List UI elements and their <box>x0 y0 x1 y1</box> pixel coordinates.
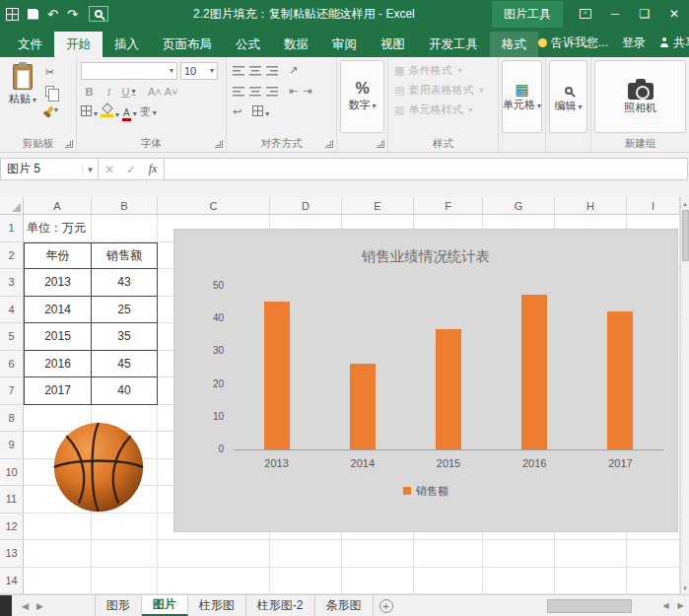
ribbon-tab-插入[interactable]: 插入 <box>103 32 151 57</box>
sign-in-button[interactable]: 登录 <box>622 34 646 51</box>
clipboard-dialog-launcher[interactable] <box>65 140 73 148</box>
restore-button[interactable]: ❏ <box>630 0 659 28</box>
cell-A12[interactable] <box>24 513 92 541</box>
copy-button[interactable] <box>45 84 58 98</box>
ribbon-tab-开发工具[interactable]: 开发工具 <box>417 32 490 57</box>
fill-color-button[interactable] <box>101 104 119 120</box>
italic-button[interactable]: I <box>101 83 117 100</box>
row-header-2[interactable]: 2 <box>0 242 24 270</box>
insert-function-icon[interactable]: fx <box>142 162 164 176</box>
align-bottom-icon[interactable] <box>266 65 278 76</box>
column-header-I[interactable]: I <box>627 197 680 214</box>
basketball-image[interactable] <box>51 420 146 514</box>
row-header-10[interactable]: 10 <box>0 459 24 487</box>
cell-B7[interactable]: 40 <box>92 377 158 405</box>
cell-B3[interactable]: 43 <box>92 269 158 297</box>
column-header-G[interactable]: G <box>483 197 555 214</box>
cell-A6[interactable]: 2016 <box>24 351 92 378</box>
vertical-scrollbar[interactable]: ▲ ▼ <box>680 197 689 594</box>
align-right-icon[interactable] <box>266 86 278 97</box>
cell-C13[interactable] <box>158 540 270 568</box>
font-color-button[interactable]: A <box>122 105 137 119</box>
chart-bar-2013[interactable] <box>264 302 290 450</box>
name-box-dropdown-icon[interactable]: ▾ <box>82 165 98 174</box>
minimize-button[interactable]: ─ <box>600 0 630 28</box>
cell-I13[interactable] <box>627 540 680 568</box>
column-header-H[interactable]: H <box>555 197 627 214</box>
decrease-font-size-button[interactable]: A˅ <box>165 86 178 98</box>
embedded-chart[interactable]: 销售业绩情况统计表 50403020100 201320142015201620… <box>173 229 678 532</box>
ribbon-tab-视图[interactable]: 视图 <box>369 32 417 57</box>
scroll-right-icon[interactable]: ▶ <box>673 595 688 616</box>
borders-button[interactable] <box>81 105 98 119</box>
cell-D14[interactable] <box>270 568 342 595</box>
cell-H14[interactable] <box>555 568 627 595</box>
column-header-E[interactable]: E <box>342 197 414 214</box>
horizontal-scrollbar[interactable]: ◀ ▶ <box>431 595 689 616</box>
enter-formula-icon[interactable]: ✓ <box>120 163 142 176</box>
horizontal-scroll-track[interactable] <box>431 595 658 616</box>
sheet-tab-柱形图[interactable]: 柱形图 <box>188 595 246 616</box>
cell-B5[interactable]: 35 <box>92 323 158 351</box>
merge-center-button[interactable] <box>252 105 269 119</box>
chart-bar-2015[interactable] <box>436 329 461 450</box>
column-header-A[interactable]: A <box>24 197 92 214</box>
column-header-C[interactable]: C <box>158 197 270 214</box>
sheet-tab-柱形图-2[interactable]: 柱形图-2 <box>246 595 315 616</box>
cell-F14[interactable] <box>414 568 483 595</box>
wrap-text-icon[interactable]: ↩ <box>233 106 241 117</box>
underline-button[interactable]: U <box>120 83 137 100</box>
column-header-F[interactable]: F <box>414 197 483 214</box>
cell-F13[interactable] <box>414 540 483 568</box>
cell-styles-button[interactable]: ▥单元格样式 <box>392 100 494 119</box>
cell-A3[interactable]: 2013 <box>24 269 92 297</box>
undo-icon[interactable]: ↶ <box>47 8 58 21</box>
align-middle-icon[interactable] <box>249 65 261 76</box>
font-dialog-launcher[interactable] <box>215 140 223 148</box>
vertical-scroll-thumb[interactable] <box>682 210 689 261</box>
alignment-dialog-launcher[interactable] <box>325 140 333 148</box>
phonetic-guide-button[interactable]: 变 <box>140 104 157 119</box>
cell-E14[interactable] <box>342 568 414 595</box>
row-header-11[interactable]: 11 <box>0 486 24 513</box>
scroll-up-icon[interactable]: ▲ <box>681 197 689 210</box>
select-all-corner[interactable] <box>0 197 24 214</box>
excel-app-icon[interactable] <box>6 8 19 21</box>
bold-button[interactable]: B <box>81 83 98 100</box>
cell-D13[interactable] <box>270 540 342 568</box>
increase-font-size-button[interactable]: A˄ <box>148 86 162 98</box>
font-name-combo[interactable] <box>81 62 177 80</box>
sheet-tab-图片[interactable]: 图片 <box>142 595 188 616</box>
orientation-icon[interactable]: ↗ <box>289 65 298 76</box>
cell-A1[interactable]: 单位：万元 <box>24 215 92 242</box>
cancel-formula-icon[interactable]: ✕ <box>99 163 120 176</box>
row-header-5[interactable]: 5 <box>0 323 24 351</box>
close-button[interactable]: ✕ <box>659 0 689 28</box>
chart-bar-2016[interactable] <box>521 295 547 450</box>
column-header-D[interactable]: D <box>270 197 342 214</box>
align-left-icon[interactable] <box>233 86 244 97</box>
cell-B1[interactable] <box>92 215 158 242</box>
align-top-icon[interactable] <box>233 65 244 76</box>
row-header-13[interactable]: 13 <box>0 540 24 568</box>
cells-group-button[interactable]: ▦ 单元格 <box>502 60 542 133</box>
row-header-9[interactable]: 9 <box>0 432 24 459</box>
share-button[interactable]: 共享 <box>659 34 689 51</box>
tell-me-button[interactable]: 告诉我您... <box>538 34 608 51</box>
font-size-combo[interactable]: 10 <box>180 62 218 80</box>
cell-A5[interactable]: 2015 <box>24 323 92 351</box>
sheet-tab-图形[interactable]: 图形 <box>95 595 142 616</box>
row-header-8[interactable]: 8 <box>0 405 24 433</box>
chart-bar-2017[interactable] <box>607 311 633 449</box>
name-box[interactable]: 图片 5 ▾ <box>0 158 99 180</box>
format-as-table-button[interactable]: ▤套用表格格式 <box>392 80 494 100</box>
cell-A2[interactable]: 年份 <box>24 242 92 270</box>
cell-B14[interactable] <box>92 568 158 595</box>
cell-G13[interactable] <box>483 540 555 568</box>
row-header-1[interactable]: 1 <box>0 215 24 242</box>
conditional-formatting-button[interactable]: ▦条件格式 <box>392 60 494 80</box>
format-painter-button[interactable] <box>45 103 58 116</box>
ribbon-tab-页面布局[interactable]: 页面布局 <box>151 32 224 57</box>
row-header-4[interactable]: 4 <box>0 297 24 324</box>
align-center-icon[interactable] <box>249 86 261 97</box>
